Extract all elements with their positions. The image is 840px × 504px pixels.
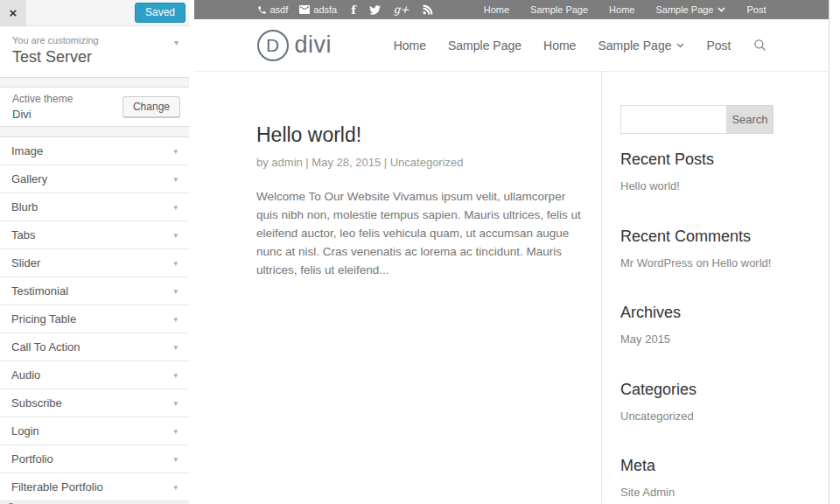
widget-link-site-admin[interactable]: Site Admin [620,483,802,502]
customizing-label: You are customizing [12,35,177,46]
topbar-menu-home-2[interactable]: Home [609,4,634,15]
section-call-to-action[interactable]: Call To Action [0,333,189,361]
social-links: f g+ [351,4,432,17]
section-gallery[interactable]: Gallery [0,165,189,193]
twitter-icon[interactable] [369,5,381,15]
menu-sample-page-1[interactable]: Sample Page [448,38,522,52]
saved-button[interactable]: Saved [135,3,186,23]
contact-info: asdf adsfa [257,4,338,15]
chevron-down-icon [173,287,178,296]
active-theme-panel: Active theme Divi Change [0,87,189,127]
top-bar-menu: Home Sample Page Home Sample Page Post [484,4,766,15]
widget-meta: Meta Site Admin Log out Entries RSS Comm… [620,457,802,504]
section-audio[interactable]: Audio [0,361,189,389]
divi-logo-icon: D [257,30,289,61]
secondary-top-bar: asdf adsfa f g+ Home [194,0,829,19]
widget-title: Recent Comments [620,228,802,246]
search-input[interactable] [620,105,727,134]
active-theme-name: Divi [12,108,73,121]
phone-item: asdf [257,4,289,15]
post: Hello world! by admin | May 28, 2015 | U… [256,123,584,279]
customizer-sections: Image Gallery Blurb Tabs Slider Testimon… [0,136,189,501]
mail-icon [299,5,310,14]
widget-title: Recent Posts [620,150,802,169]
primary-menu: Home Sample Page Home Sample Page Post [394,38,766,52]
widget-categories: Categories Uncategorized [620,381,802,426]
content-area: Hello world! by admin | May 28, 2015 | U… [194,72,829,503]
close-customizer-button[interactable]: × [0,0,26,25]
widget-title: Archives [620,304,802,322]
active-theme-label: Active theme [12,93,73,105]
chevron-down-icon [173,315,178,324]
chevron-down-icon [173,455,178,464]
close-icon: × [10,5,18,20]
chevron-down-icon [676,43,684,48]
widget-recent-comments: Recent Comments Mr WordPress on Hello wo… [620,228,802,273]
widget-title: Meta [620,457,802,475]
section-filterable-portfolio[interactable]: Filterable Portfolio [0,473,189,501]
site-logo[interactable]: D divi [257,30,332,61]
customizer-topbar: × Saved [0,0,189,26]
site-title: Test Server [12,48,177,66]
chevron-down-icon [173,231,178,240]
section-image[interactable]: Image [0,137,189,165]
logo-text: divi [295,32,332,59]
chevron-down-icon [173,147,178,156]
widget-recent-posts: Recent Posts Hello world! [620,150,802,196]
chevron-down-icon [174,38,178,47]
chevron-down-icon [173,175,178,184]
search-form: Search [620,105,802,134]
chevron-down-icon [173,203,178,212]
rss-icon[interactable] [423,4,433,15]
widget-link[interactable]: May 2015 [620,330,802,349]
widget-sidebar: Search Recent Posts Hello world! Recent … [602,72,829,503]
wordpress-customizer-screen: × Saved You are customizing Test Server … [0,0,840,504]
site-frame: asdf adsfa f g+ Home [194,0,830,504]
main-column: Hello world! by admin | May 28, 2015 | U… [194,72,602,503]
facebook-icon[interactable]: f [351,4,356,17]
menu-home-2[interactable]: Home [543,38,576,52]
site-preview: asdf adsfa f g+ Home [189,0,840,504]
widget-archives: Archives May 2015 [620,304,802,349]
search-button[interactable]: Search [727,105,774,134]
topbar-menu-post[interactable]: Post [746,4,766,15]
widget-link[interactable]: Mr WordPress on Hello world! [620,254,802,273]
menu-sample-page-2[interactable]: Sample Page [598,38,684,52]
chevron-down-icon [173,427,178,436]
menu-post[interactable]: Post [706,38,731,52]
customizing-panel[interactable]: You are customizing Test Server [0,26,189,78]
section-subscribe[interactable]: Subscribe [0,389,189,417]
post-title[interactable]: Hello world! [256,123,584,147]
chevron-down-icon [173,399,178,408]
phone-icon [257,5,267,15]
search-icon[interactable] [753,38,766,52]
section-login[interactable]: Login [0,417,189,445]
chevron-down-icon [718,7,725,12]
chevron-down-icon [173,483,178,492]
section-testimonial[interactable]: Testimonial [0,277,189,305]
section-pricing-table[interactable]: Pricing Table [0,305,189,333]
chevron-down-icon [173,371,178,380]
widget-link[interactable]: Hello world! [620,177,802,196]
google-plus-icon[interactable]: g+ [394,4,410,16]
email-text: adsfa [313,4,337,15]
section-blurb[interactable]: Blurb [0,193,189,221]
change-theme-button[interactable]: Change [122,96,180,117]
topbar-menu-sample-page-2[interactable]: Sample Page [655,4,725,15]
menu-home-1[interactable]: Home [394,38,426,52]
site-header: D divi Home Sample Page Home Sample Page… [194,19,829,72]
chevron-down-icon [173,259,178,268]
chevron-down-icon [173,343,178,352]
section-slider[interactable]: Slider [0,249,189,277]
widget-link[interactable]: Uncategorized [620,407,802,426]
topbar-menu-home-1[interactable]: Home [484,4,509,15]
email-item: adsfa [299,4,337,15]
post-excerpt: Welcome To Our Website Vivamus ipsum vel… [256,187,582,279]
customizer-sidebar: × Saved You are customizing Test Server … [0,0,189,504]
section-portfolio[interactable]: Portfolio [0,445,189,473]
section-tabs[interactable]: Tabs [0,221,189,249]
topbar-menu-sample-page-1[interactable]: Sample Page [530,4,588,15]
phone-text: asdf [270,4,289,15]
widget-title: Categories [620,381,802,399]
post-meta: by admin | May 28, 2015 | Uncategorized [256,156,584,169]
